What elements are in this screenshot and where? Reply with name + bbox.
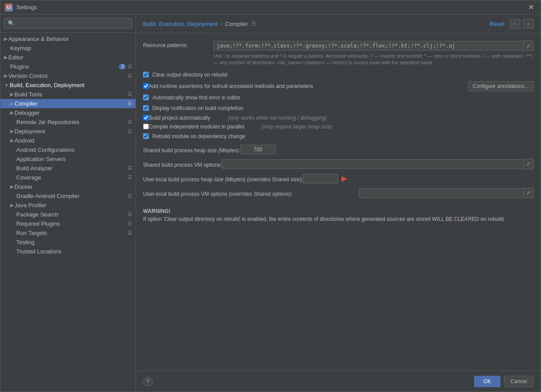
expand-button[interactable]: ⤢ — [524, 40, 534, 51]
compile-parallel-note: (may require larger heap size) — [262, 124, 332, 130]
sidebar-item-package-search[interactable]: Package Search ☰ — [0, 210, 136, 219]
sidebar-item-deployment[interactable]: ▶ Deployment ☰ — [0, 127, 136, 136]
auto-show-error-label: Automatically show first error in editor — [152, 95, 240, 101]
build-auto-label: Build project automatically — [149, 115, 210, 121]
user-vm-label: User-local build process VM options (ove… — [143, 189, 359, 197]
settings-icon: ☰ — [128, 221, 132, 227]
cancel-button[interactable]: Cancel — [504, 376, 534, 387]
breadcrumb-separator: › — [221, 21, 222, 27]
sidebar-item-coverage[interactable]: Coverage ☰ — [0, 173, 136, 182]
sidebar-item-version-control[interactable]: ▶ Version Control ☰ — [0, 71, 136, 81]
search-input[interactable] — [4, 18, 132, 29]
add-runtime-checkbox[interactable] — [143, 83, 149, 89]
arrow-icon: ▶ — [4, 36, 7, 42]
vm-options-input[interactable] — [222, 159, 524, 169]
help-button[interactable]: ? — [143, 377, 153, 386]
build-auto-row: Build project automatically (only works … — [143, 115, 534, 121]
ok-button[interactable]: OK — [474, 376, 500, 387]
configure-annotations-button[interactable]: Configure annotations... — [468, 81, 534, 91]
nav-forward-button[interactable]: → — [523, 19, 534, 29]
sidebar-tree: ▶ Appearance & Behavior Keymap ▶ Editor … — [0, 33, 136, 392]
sidebar-item-appearance[interactable]: ▶ Appearance & Behavior — [0, 34, 136, 44]
close-button[interactable]: ✕ — [526, 3, 536, 11]
sidebar-item-label: Plugins — [10, 63, 29, 70]
settings-icon: ☰ — [128, 64, 132, 70]
resource-input-container: ⤢ — [213, 40, 534, 51]
warning-title: WARNING! — [143, 208, 170, 214]
clear-output-row: Clear output directory on rebuild — [143, 71, 534, 79]
clear-output-label: Clear output directory on rebuild — [152, 72, 228, 78]
arrow-icon: ▶ — [10, 202, 14, 208]
display-notification-checkbox[interactable] — [143, 105, 149, 111]
sidebar-item-debugger[interactable]: ▶ Debugger — [0, 108, 136, 117]
sidebar-item-label: Deployment — [15, 128, 45, 135]
user-heap-container: ▶ — [303, 174, 534, 183]
add-runtime-row: Add runtime assertions for notnull-annot… — [143, 81, 534, 91]
user-heap-input[interactable] — [303, 174, 338, 183]
sidebar-item-remote-jar[interactable]: Remote Jar Repositories ☰ — [0, 117, 136, 127]
sidebar-item-app-servers[interactable]: Application Servers — [0, 154, 136, 164]
sidebar-item-docker[interactable]: ▶ Docker — [0, 182, 136, 191]
expand-user-vm-button[interactable]: ⤢ — [524, 188, 534, 198]
arrow-icon: ▶ — [10, 101, 14, 106]
search-box — [0, 15, 136, 33]
sidebar-item-required-plugins[interactable]: Required Plugins ☰ — [0, 219, 136, 228]
sidebar-item-build-tools[interactable]: ▶ Build Tools ☰ — [0, 90, 136, 99]
reset-button[interactable]: Reset — [487, 20, 507, 28]
sidebar-item-testing[interactable]: Testing — [0, 238, 136, 247]
settings-icon: ☰ — [128, 175, 132, 180]
sidebar-item-compiler[interactable]: ▶ Compiler ☰ — [0, 99, 136, 108]
sidebar-item-plugins[interactable]: Plugins 3 ☰ — [0, 62, 136, 71]
sidebar-item-label: Debugger — [15, 110, 40, 116]
heap-size-input[interactable] — [240, 145, 276, 154]
sidebar-item-label: Package Search — [16, 211, 58, 218]
title-bar: IJ Settings ✕ — [0, 0, 541, 15]
breadcrumb-current: Compiler — [225, 21, 248, 27]
sidebar-item-label: Gradle-Android Compiler — [16, 193, 80, 199]
expand-vm-button[interactable]: ⤢ — [524, 159, 534, 169]
main-content: ▶ Appearance & Behavior Keymap ▶ Editor … — [0, 15, 541, 392]
sidebar-item-android[interactable]: ▶ Android — [0, 136, 136, 145]
user-heap-row: User-local build process heap size (Mbyt… — [143, 174, 534, 183]
heap-size-row: Shared build process heap size (Mbytes): — [143, 145, 534, 154]
arrow-icon: ▶ — [10, 128, 14, 134]
rebuild-dependency-checkbox[interactable] — [143, 133, 149, 139]
sidebar-item-build-analyzer[interactable]: Build Analyzer ☰ — [0, 164, 136, 173]
sidebar-item-label: Build, Execution, Deployment — [10, 82, 85, 88]
sidebar-item-build-exec[interactable]: ▼ Build, Execution, Deployment — [0, 81, 136, 90]
arrow-icon: ▶ — [10, 92, 14, 97]
sidebar-item-label: Required Plugins — [16, 220, 60, 227]
sidebar-item-label: Version Control — [8, 73, 48, 79]
settings-icon-header: ☰ — [251, 21, 256, 27]
warning-box: WARNING! If option 'Clear output directo… — [143, 207, 534, 223]
sidebar-item-label: Compiler — [15, 100, 37, 107]
resource-patterns-value: ⤢ Use ; to separate patterns and ! to ne… — [213, 40, 534, 66]
breadcrumb: Build, Execution, Deployment › Compiler … — [143, 21, 487, 27]
warning-content: WARNING! If option 'Clear output directo… — [143, 207, 534, 223]
settings-icon: ☰ — [128, 101, 132, 106]
sidebar-item-trusted-locations[interactable]: Trusted Locations — [0, 247, 136, 256]
sidebar-item-label: Android — [15, 137, 34, 144]
clear-output-checkbox[interactable] — [143, 72, 149, 77]
sidebar-item-android-configs[interactable]: Android Configurations — [0, 145, 136, 154]
bottom-bar: ? OK Cancel — [136, 370, 541, 392]
header-actions: Reset ← → — [487, 19, 534, 29]
sidebar-item-editor[interactable]: ▶ Editor — [0, 53, 136, 62]
breadcrumb-parent[interactable]: Build, Execution, Deployment — [143, 21, 218, 27]
settings-icon: ☰ — [128, 119, 132, 125]
nav-back-button[interactable]: ← — [510, 19, 520, 29]
sidebar-item-gradle-android[interactable]: Gradle-Android Compiler ☰ — [0, 191, 136, 201]
auto-show-error-checkbox[interactable] — [143, 95, 149, 100]
arrow-icon: ▼ — [4, 83, 9, 88]
settings-icon: ☰ — [128, 128, 132, 134]
user-vm-input[interactable] — [359, 188, 524, 198]
sidebar-item-run-targets[interactable]: Run Targets ☰ — [0, 228, 136, 238]
settings-icon: ☰ — [128, 230, 132, 236]
sidebar-item-keymap[interactable]: Keymap — [0, 44, 136, 53]
resource-patterns-input[interactable] — [213, 41, 524, 51]
sidebar-item-label: Build Tools — [15, 91, 42, 98]
build-auto-checkbox[interactable] — [143, 115, 149, 121]
sidebar-item-java-profiler[interactable]: ▶ Java Profiler — [0, 201, 136, 210]
compile-parallel-checkbox[interactable] — [143, 124, 149, 129]
user-vm-row: User-local build process VM options (ove… — [143, 188, 534, 198]
